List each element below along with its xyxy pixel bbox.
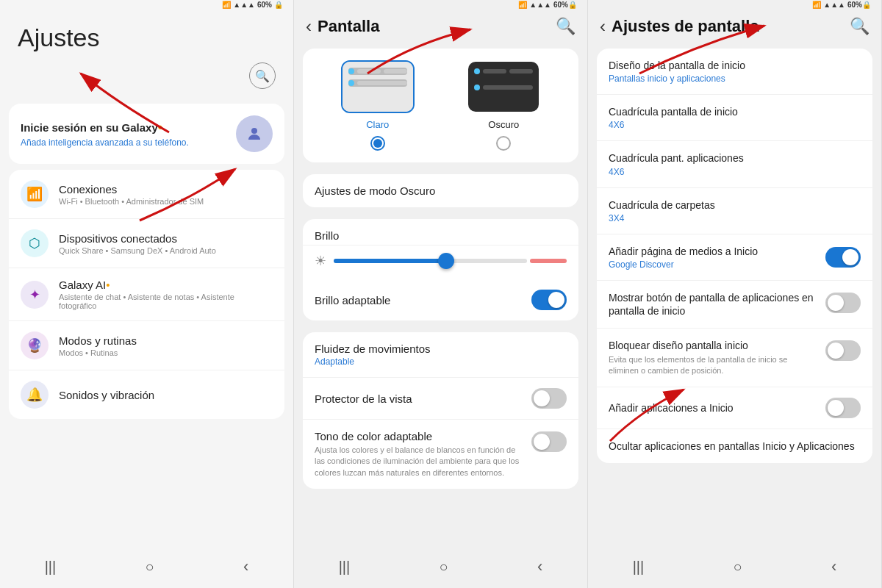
nav-back-2[interactable]: ‹ <box>537 557 542 576</box>
page-title-ajustes: Ajustes <box>0 9 293 60</box>
row-modo-oscuro[interactable]: Ajustes de modo Oscuro <box>303 174 578 207</box>
theme-light[interactable]: Claro <box>341 60 415 151</box>
search-button-pantalla[interactable]: 🔍 <box>556 17 576 36</box>
modos-icon: 🔮 <box>21 331 49 359</box>
toggle-boton-apps[interactable] <box>825 293 861 313</box>
row-cuadricula-carpetas[interactable]: Cuadrícula de carpetas 3X4 <box>597 188 872 234</box>
login-subtitle: Añada inteligencia avanzada a su teléfon… <box>21 137 189 148</box>
theme-dark[interactable]: Oscuro <box>467 60 540 151</box>
galaxy-ai-label: Galaxy AI• <box>59 279 273 291</box>
row-medios[interactable]: Añadir página de medios a Inicio Google … <box>597 234 872 281</box>
diseno-main: Diseño de la pantalla de inicio <box>609 59 745 72</box>
cuadricula-apps-main: Cuadrícula pant. aplicaciones <box>609 151 744 165</box>
login-section[interactable]: Inicie sesión en su Galaxy• Añada inteli… <box>9 104 284 164</box>
theme-preview-light <box>341 60 415 113</box>
nav-bars-3[interactable]: ||| <box>633 559 645 576</box>
signal-icon: ▲▲▲ <box>233 1 255 9</box>
toggle-protector[interactable] <box>531 388 567 409</box>
nav-circle-2[interactable]: ○ <box>440 559 448 576</box>
panel1-content: Ajustes 🔍 Inicie sesión en su Galaxy• Añ… <box>0 9 293 548</box>
section-modo-oscuro: Ajustes de modo Oscuro <box>303 174 578 207</box>
conexiones-icon: 📶 <box>21 180 49 208</box>
nav-circle-3[interactable]: ○ <box>734 559 742 576</box>
cuadricula-inicio-sub: 4X6 <box>609 120 738 130</box>
status-bar-2: 📶 ▲▲▲ 60%🔒 <box>294 0 587 9</box>
cuadricula-carpetas-sub: 3X4 <box>609 213 715 223</box>
brightness-slider[interactable] <box>334 259 567 263</box>
section-display-options: Fluidez de movimientos Adaptable Protect… <box>303 332 578 489</box>
nav-bars-1[interactable]: ||| <box>45 559 57 576</box>
modos-sub: Modos • Rutinas <box>59 348 137 357</box>
dispositivos-sub: Quick Share • Samsung DeX • Android Auto <box>59 246 216 255</box>
status-icons-3: 📶 ▲▲▲ 60%🔒 <box>812 1 871 9</box>
tono-label: Tono de color adaptable <box>315 430 523 442</box>
search-button[interactable]: 🔍 <box>249 62 276 89</box>
page-header-pantalla: ‹ Pantalla 🔍 <box>294 9 587 43</box>
conexiones-sub: Wi-Fi • Bluetooth • Administrador de SIM <box>59 197 204 206</box>
tono-desc: Ajusta los colores y el balance de blanc… <box>315 445 523 478</box>
radio-light <box>370 136 385 151</box>
settings-item-dispositivos[interactable]: ⬡ Dispositivos conectados Quick Share • … <box>9 219 284 268</box>
battery-3: 60%🔒 <box>847 1 871 9</box>
nav-bars-2[interactable]: ||| <box>339 559 351 576</box>
row-cuadricula-apps[interactable]: Cuadrícula pant. aplicaciones 4X6 <box>597 141 872 187</box>
brillo-label: Brillo <box>315 229 339 242</box>
row-brillo-label: Brillo <box>303 219 578 245</box>
conexiones-label: Conexiones <box>59 183 204 196</box>
ocultar-apps-main: Ocultar aplicaciones en pantallas Inicio… <box>609 440 855 453</box>
page-title-pantalla: Pantalla <box>318 17 556 36</box>
theme-light-label: Claro <box>366 119 389 130</box>
nav-circle-1[interactable]: ○ <box>146 559 154 576</box>
theme-selector: Claro <box>303 49 578 162</box>
fluidez-label: Fluidez de movimientos <box>315 343 431 355</box>
status-icons-2: 📶 ▲▲▲ 60%🔒 <box>518 1 577 9</box>
galaxy-ai-sub: Asistente de chat • Asistente de notas •… <box>59 293 273 310</box>
theme-preview-dark <box>467 60 540 113</box>
toggle-medios[interactable] <box>825 247 861 268</box>
battery-icon: 🔒 <box>274 1 283 9</box>
section-brillo: Brillo ☀ Brillo adaptable <box>303 219 578 320</box>
brightness-icon: ☀ <box>315 253 326 269</box>
bloquear-diseno-main: Bloquear diseño pantalla inicio <box>609 339 817 352</box>
back-button-pantalla[interactable]: ‹ <box>306 16 312 37</box>
nav-back-3[interactable]: ‹ <box>831 557 836 576</box>
boton-apps-main: Mostrar botón de pantalla de aplicacione… <box>609 291 817 318</box>
galaxy-ai-icon: ✦ <box>21 281 49 309</box>
search-row: 🔍 <box>0 60 293 98</box>
nav-bar-3: ||| ○ ‹ <box>588 548 881 588</box>
toggle-bloquear-diseno[interactable] <box>825 340 861 361</box>
login-title: Inicie sesión en su Galaxy• <box>21 120 189 135</box>
settings-item-modos[interactable]: 🔮 Modos y rutinas Modos • Rutinas <box>9 321 284 370</box>
avatar[interactable] <box>236 115 273 152</box>
status-bar-3: 📶 ▲▲▲ 60%🔒 <box>588 0 881 9</box>
row-boton-apps[interactable]: Mostrar botón de pantalla de aplicacione… <box>597 281 872 329</box>
row-fluidez[interactable]: Fluidez de movimientos Adaptable <box>303 332 578 378</box>
row-diseno-pantalla[interactable]: Diseño de la pantalla de inicio Pantalla… <box>597 49 872 95</box>
cuadricula-apps-sub: 4X6 <box>609 167 744 177</box>
medios-main: Añadir página de medios a Inicio <box>609 245 758 258</box>
brightness-row: ☀ <box>303 245 578 279</box>
settings-item-sonidos[interactable]: 🔔 Sonidos y vibración <box>9 370 284 419</box>
toggle-brillo-adaptable[interactable] <box>531 290 567 310</box>
row-tono[interactable]: Tono de color adaptable Ajusta los color… <box>303 420 578 489</box>
toggle-añadir-apps[interactable] <box>825 398 861 418</box>
protector-label: Protector de la vista <box>315 392 412 405</box>
row-brillo-adaptable[interactable]: Brillo adaptable <box>303 279 578 320</box>
settings-item-conexiones[interactable]: 📶 Conexiones Wi-Fi • Bluetooth • Adminis… <box>9 170 284 219</box>
settings-item-galaxy-ai[interactable]: ✦ Galaxy AI• Asistente de chat • Asisten… <box>9 268 284 321</box>
modo-oscuro-label: Ajustes de modo Oscuro <box>315 184 435 197</box>
row-añadir-apps[interactable]: Añadir aplicaciones a Inicio <box>597 387 872 429</box>
page-header-ajustes-pantalla: ‹ Ajustes de pantalla 🔍 <box>588 9 881 43</box>
row-ocultar-apps[interactable]: Ocultar aplicaciones en pantallas Inicio… <box>597 429 872 463</box>
back-chevron-3: ‹ <box>600 16 606 37</box>
toggle-tono[interactable] <box>531 431 567 452</box>
row-cuadricula-inicio[interactable]: Cuadrícula pantalla de inicio 4X6 <box>597 95 872 141</box>
nav-back-1[interactable]: ‹ <box>243 557 248 576</box>
row-bloquear-diseno[interactable]: Bloquear diseño pantalla inicio Evita qu… <box>597 329 872 387</box>
fluidez-sub: Adaptable <box>315 356 431 367</box>
back-button-ajustes-pantalla[interactable]: ‹ <box>600 16 606 37</box>
back-chevron-pantalla: ‹ <box>306 16 312 37</box>
row-protector[interactable]: Protector de la vista <box>303 378 578 420</box>
nav-bar-1: ||| ○ ‹ <box>0 548 293 588</box>
search-button-3[interactable]: 🔍 <box>850 17 870 36</box>
